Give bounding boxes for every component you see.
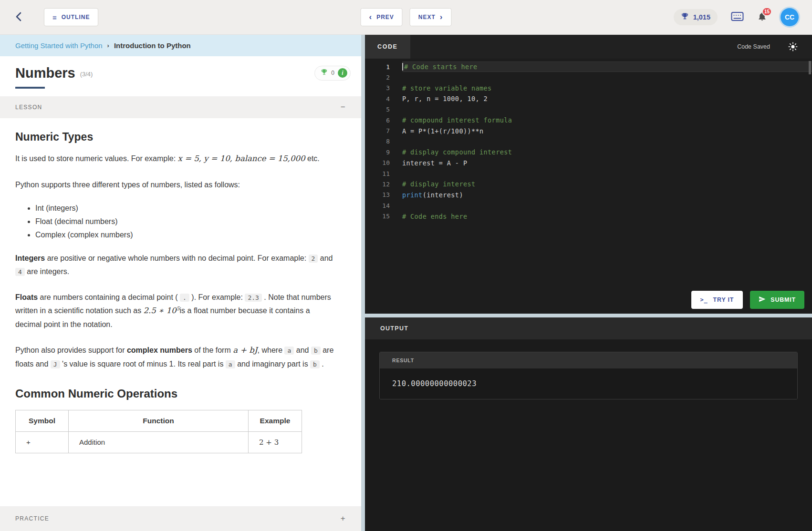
numeric-operations-table: Symbol Function Example + Addition 2 + 3 [15,410,302,453]
list-item: Float (decimal numbers) [35,217,335,226]
output-title: OUTPUT [380,325,408,332]
table-header-example: Example [249,410,302,431]
chevron-right-icon: › [107,42,109,49]
result-card: RESULT 210.00000000000023 [379,352,798,399]
title-underline [15,87,45,89]
number-types-list: Int (integers) Float (decimal numbers) C… [15,204,335,239]
breadcrumb: Getting Started with Python › Introducti… [0,35,361,56]
terminal-prompt-icon: >_ [700,296,708,303]
points-pill[interactable]: 1,015 [674,9,718,25]
code-line[interactable]: 8 [365,136,812,147]
lesson-paragraph: Python supports three different types of… [15,178,335,192]
table-cell-symbol: + [16,431,69,453]
notifications-button[interactable]: 15 [757,11,767,24]
code-header: CODE Code Saved [365,35,812,59]
lesson-paragraph: It is used to store numeric values. For … [15,152,335,166]
inline-code: b [311,347,321,355]
lesson-heading: Numeric Types [15,131,335,143]
tab-code[interactable]: CODE [365,35,410,59]
table-cell-example: 2 + 3 [249,431,302,453]
vertical-splitter[interactable] [361,35,365,531]
code-line[interactable]: 3# store variable names [365,83,812,93]
horizontal-splitter[interactable] [365,314,812,317]
code-line[interactable]: 13print(interest) [365,190,812,200]
expand-icon[interactable]: + [341,514,346,523]
editor-scrollbar[interactable] [809,61,811,74]
breadcrumb-current: Introduction to Python [114,41,191,50]
code-line[interactable]: 5 [365,104,812,115]
list-item: Int (integers) [35,204,335,213]
collapse-icon[interactable]: − [341,102,346,112]
inline-code: . [180,294,189,302]
code-editor[interactable]: 1# Code starts here 2 3# store variable … [365,59,812,314]
points-count: 1,015 [693,13,710,21]
code-line[interactable]: 11 [365,168,812,179]
trophy-icon [681,12,689,22]
lesson-paragraph: Python also provides support for complex… [15,344,335,371]
submit-button-label: SUBMIT [770,296,796,303]
sun-icon [788,42,798,51]
notification-badge: 15 [762,7,772,16]
code-line[interactable]: 2 [365,72,812,82]
breadcrumb-course-link[interactable]: Getting Started with Python [15,41,103,50]
try-it-button[interactable]: >_ TRY IT [691,291,743,309]
text-cursor [402,63,403,71]
lesson-score-pill[interactable]: 0 i [314,66,351,81]
output-area: OUTPUT RESULT 210.00000000000023 [365,317,812,531]
theme-toggle-button[interactable] [788,42,798,51]
outline-button[interactable]: ≡ OUTLINE [44,8,98,26]
avatar[interactable]: CC [781,8,799,26]
code-line[interactable]: 14 [365,200,812,211]
code-line[interactable]: 1# Code starts here [365,61,812,72]
code-line[interactable]: 6# compound interest formula [365,115,812,125]
chevron-right-icon: › [440,13,443,21]
code-area: CODE Code Saved 1# Code starts here 2 3#… [365,35,812,314]
inline-code: J [51,360,60,368]
result-value: 210.00000000000023 [380,368,797,399]
table-cell-function: Addition [69,431,249,453]
lesson-section-label: LESSON [15,104,42,111]
bell-icon [757,15,767,23]
code-line[interactable]: 10interest = A - P [365,158,812,168]
inline-code: b [310,360,320,368]
keyboard-button[interactable] [731,11,744,23]
topbar: ≡ OUTLINE ‹ PREV NEXT › 1,015 [0,0,812,35]
table-row: + Addition 2 + 3 [16,431,302,453]
inline-code: 2 [309,255,318,263]
next-button-label: NEXT [418,14,436,20]
inline-code: 2.3 [245,294,261,302]
practice-section-label: PRACTICE [15,515,49,522]
code-line[interactable]: 9# display compound interest [365,147,812,157]
operations-heading: Common Numeric Operations [15,387,335,400]
info-icon[interactable]: i [338,68,347,78]
hamburger-icon: ≡ [52,14,57,21]
code-line[interactable]: 4P, r, n = 1000, 10, 2 [365,93,812,104]
output-header: OUTPUT [365,317,812,339]
code-saved-status: Code Saved [737,43,770,50]
code-line[interactable]: 7A = P*(1+(r/100))**n [365,125,812,136]
math-expression: x = 5, y = 10, balance = 15,000 [178,154,305,163]
lesson-paragraph: Floats are numbers containing a decimal … [15,291,335,331]
lesson-section-header[interactable]: LESSON − [0,96,361,118]
math-expression: 2.5 ∗ 10 [144,306,177,315]
trophy-icon [321,69,328,78]
chevron-left-icon: ‹ [369,13,372,21]
lesson-content: Numeric Types It is used to store numeri… [0,118,361,531]
code-line[interactable]: 12# display interest [365,179,812,189]
code-output-panel: CODE Code Saved 1# Code starts here 2 3#… [365,35,812,531]
outline-button-label: OUTLINE [62,14,90,20]
math-superscript: 5 [177,306,180,312]
math-expression: a + bJ [233,346,257,355]
prev-button[interactable]: ‹ PREV [360,8,402,26]
try-it-button-label: TRY IT [713,296,734,303]
next-button[interactable]: NEXT › [410,8,452,26]
submit-button[interactable]: SUBMIT [750,291,804,309]
code-line[interactable]: 15# Code ends here [365,211,812,221]
back-button[interactable] [13,11,25,24]
page-progress: (3/4) [80,71,93,78]
practice-section-header[interactable]: PRACTICE + [0,506,361,531]
send-icon [759,296,766,304]
inline-code: a [226,360,235,368]
list-item: Complex (complex numbers) [35,231,335,239]
keyboard-icon [731,11,744,23]
